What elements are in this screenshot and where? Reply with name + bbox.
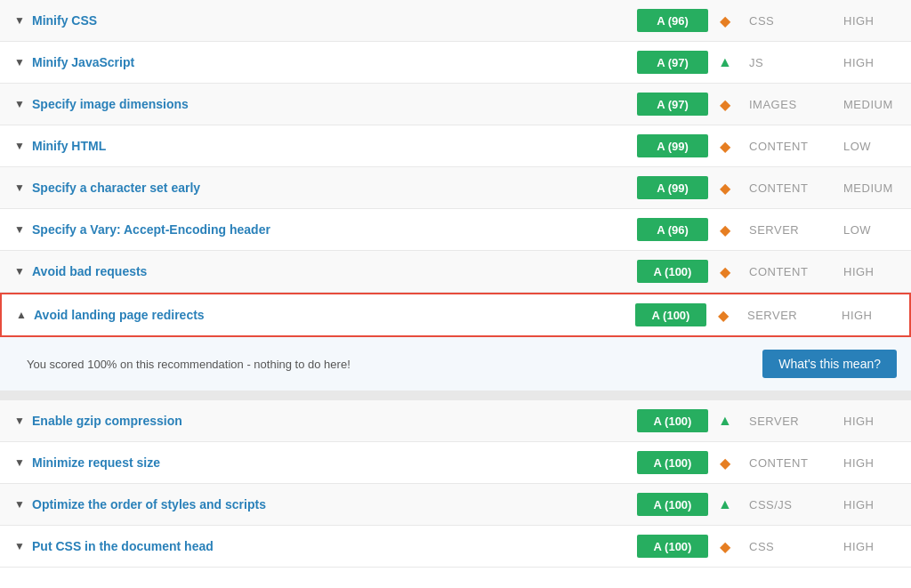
trend-up-icon: ▲ (715, 496, 735, 512)
score-badge-enable-gzip: A (100) (637, 409, 708, 432)
score-badge-minify-css: A (96) (637, 9, 708, 32)
priority-specify-image-dimensions: MEDIUM (843, 98, 897, 111)
trend-diamond-icon: ◆ (715, 138, 735, 155)
row-title-minify-html[interactable]: Minify HTML (32, 139, 637, 153)
category-minify-css: CSS (749, 14, 829, 28)
category-specify-image-dimensions: IMAGES (749, 98, 829, 111)
trend-diamond-icon: ◆ (715, 455, 735, 471)
toggle-arrow-avoid-landing-redirects[interactable]: ▲ (16, 309, 27, 321)
row-title-minify-css[interactable]: Minify CSS (32, 13, 637, 28)
category-minimize-request-size: CONTENT (749, 456, 829, 470)
score-badge-minify-html: A (99) (637, 134, 708, 157)
priority-specify-charset: MEDIUM (843, 181, 897, 195)
rule-row-minify-html: ▼ Minify HTML A (99) ◆ CONTENT LOW (0, 125, 911, 167)
priority-minimize-request-size: HIGH (843, 456, 897, 470)
main-container: ▼ Minify CSS A (96) ◆ CSS HIGH ▼ Minify … (0, 0, 911, 568)
toggle-arrow-css-in-head[interactable]: ▼ (14, 540, 25, 552)
rule-row-specify-charset: ▼ Specify a character set early A (99) ◆… (0, 167, 911, 209)
priority-avoid-landing-redirects: HIGH (842, 309, 895, 322)
rule-row-enable-gzip: ▼ Enable gzip compression A (100) ▲ SERV… (0, 400, 911, 442)
toggle-arrow-minify-js[interactable]: ▼ (14, 56, 25, 68)
row-title-specify-charset[interactable]: Specify a character set early (32, 181, 637, 195)
toggle-arrow-avoid-bad-requests[interactable]: ▼ (14, 265, 25, 278)
rule-row-avoid-landing-redirects: ▲ Avoid landing page redirects A (100) ◆… (0, 293, 911, 337)
category-avoid-bad-requests: CONTENT (749, 265, 829, 278)
score-badge-specify-charset: A (99) (637, 176, 708, 199)
category-avoid-landing-redirects: SERVER (747, 309, 827, 322)
priority-order-of-styles: HIGH (843, 498, 897, 511)
row-title-avoid-landing-redirects[interactable]: Avoid landing page redirects (34, 308, 635, 322)
trend-diamond-icon: ◆ (715, 222, 735, 238)
score-badge-avoid-landing-redirects: A (100) (635, 303, 706, 326)
toggle-arrow-vary-header[interactable]: ▼ (14, 223, 25, 236)
priority-avoid-bad-requests: HIGH (843, 265, 897, 278)
rule-row-order-of-styles: ▼ Optimize the order of styles and scrip… (0, 484, 911, 526)
category-minify-html: CONTENT (749, 140, 829, 153)
toggle-arrow-minimize-request-size[interactable]: ▼ (14, 456, 25, 469)
toggle-arrow-minify-css[interactable]: ▼ (14, 14, 25, 27)
category-order-of-styles: CSS/JS (749, 498, 829, 511)
trend-diamond-icon: ◆ (713, 307, 733, 324)
score-badge-css-in-head: A (100) (637, 535, 708, 558)
toggle-arrow-order-of-styles[interactable]: ▼ (14, 498, 25, 511)
toggle-arrow-minify-html[interactable]: ▼ (14, 140, 25, 152)
row-title-specify-image-dimensions[interactable]: Specify image dimensions (32, 97, 637, 111)
priority-enable-gzip: HIGH (843, 415, 897, 428)
rule-row-minify-css: ▼ Minify CSS A (96) ◆ CSS HIGH (0, 0, 911, 42)
trend-diamond-icon: ◆ (715, 96, 735, 113)
category-vary-header: SERVER (749, 223, 829, 237)
priority-css-in-head: HIGH (843, 540, 897, 553)
detail-row-avoid-landing-redirects: You scored 100% on this recommendation -… (0, 337, 911, 391)
trend-up-icon: ▲ (715, 413, 735, 429)
priority-minify-html: LOW (843, 140, 897, 153)
toggle-arrow-specify-charset[interactable]: ▼ (14, 181, 25, 194)
row-title-css-in-head[interactable]: Put CSS in the document head (32, 539, 637, 553)
rule-row-avoid-bad-requests: ▼ Avoid bad requests A (100) ◆ CONTENT H… (0, 251, 911, 293)
section-divider (0, 391, 911, 400)
row-title-avoid-bad-requests[interactable]: Avoid bad requests (32, 264, 637, 278)
score-badge-minify-js: A (97) (637, 51, 708, 74)
score-badge-specify-image-dimensions: A (97) (637, 93, 708, 116)
toggle-arrow-enable-gzip[interactable]: ▼ (14, 415, 25, 427)
category-minify-js: JS (749, 56, 829, 69)
rule-row-specify-image-dimensions: ▼ Specify image dimensions A (97) ◆ IMAG… (0, 84, 911, 125)
score-badge-vary-header: A (96) (637, 218, 708, 241)
toggle-arrow-specify-image-dimensions[interactable]: ▼ (14, 98, 25, 110)
priority-minify-css: HIGH (843, 14, 897, 28)
trend-up-icon: ▲ (715, 54, 735, 70)
score-badge-order-of-styles: A (100) (637, 493, 708, 516)
rule-row-minimize-request-size: ▼ Minimize request size A (100) ◆ CONTEN… (0, 442, 911, 484)
category-specify-charset: CONTENT (749, 181, 829, 195)
row-title-enable-gzip[interactable]: Enable gzip compression (32, 414, 637, 428)
score-badge-avoid-bad-requests: A (100) (637, 260, 708, 283)
row-title-minimize-request-size[interactable]: Minimize request size (32, 455, 637, 470)
trend-diamond-icon: ◆ (715, 538, 735, 555)
trend-diamond-icon: ◆ (715, 263, 735, 280)
score-badge-minimize-request-size: A (100) (637, 451, 708, 474)
row-title-minify-js[interactable]: Minify JavaScript (32, 55, 637, 69)
category-enable-gzip: SERVER (749, 415, 829, 428)
trend-diamond-icon: ◆ (715, 180, 735, 197)
whats-this-button[interactable]: What's this mean? (762, 350, 897, 378)
trend-diamond-icon: ◆ (715, 12, 735, 29)
row-title-vary-header[interactable]: Specify a Vary: Accept-Encoding header (32, 222, 637, 237)
category-css-in-head: CSS (749, 540, 829, 553)
row-title-order-of-styles[interactable]: Optimize the order of styles and scripts (32, 497, 637, 511)
priority-minify-js: HIGH (843, 56, 897, 69)
rule-row-minify-js: ▼ Minify JavaScript A (97) ▲ JS HIGH (0, 42, 911, 84)
priority-vary-header: LOW (843, 223, 897, 237)
rule-row-css-in-head: ▼ Put CSS in the document head A (100) ◆… (0, 526, 911, 568)
detail-text-avoid-landing-redirects: You scored 100% on this recommendation -… (27, 358, 762, 371)
rule-row-vary-header: ▼ Specify a Vary: Accept-Encoding header… (0, 209, 911, 251)
